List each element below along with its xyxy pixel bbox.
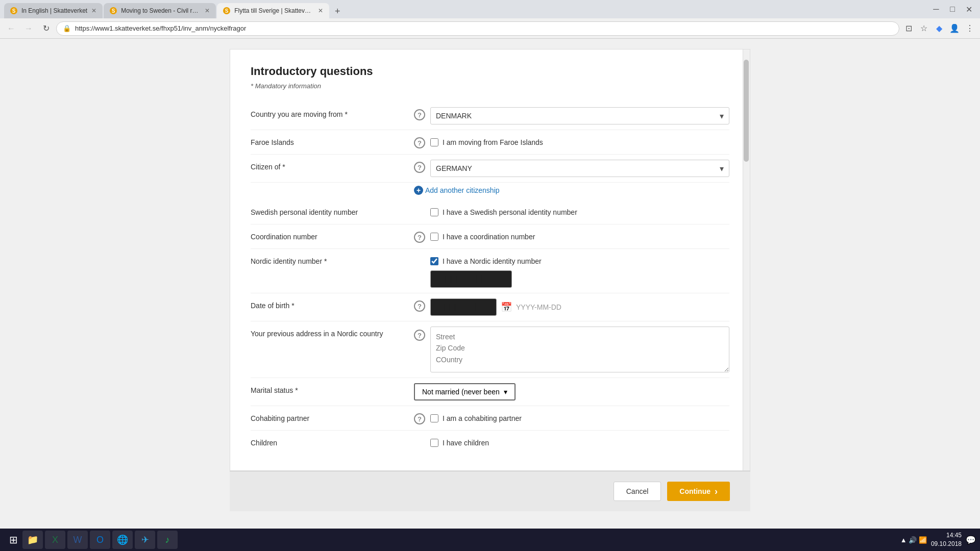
taskbar-excel[interactable]: X <box>45 531 65 549</box>
country-moving-from-control: ? DENMARK ▾ <box>414 107 729 124</box>
browser-tabs: S In English | Skatteverket ✕ S Moving t… <box>4 0 929 18</box>
marital-status-row: Marital status * Not married (never been… <box>251 378 729 406</box>
swedish-number-checkbox-label: I have a Swedish personal identity numbe… <box>443 208 577 216</box>
previous-address-textarea[interactable]: Street Zip Code COuntry <box>430 327 729 372</box>
previous-address-help-icon[interactable]: ? <box>414 330 425 341</box>
citizen-of-label: Citizen of * <box>251 160 414 171</box>
tab-2-label: Moving to Sweden - Civil registr... <box>121 7 201 14</box>
add-citizenship-plus-icon: + <box>414 186 423 195</box>
chrome-icon: 🌐 <box>117 534 128 545</box>
taskbar-chrome[interactable]: 🌐 <box>112 531 133 549</box>
previous-address-label: Your previous address in a Nordic countr… <box>251 327 414 338</box>
taskbar-spotify[interactable]: ♪ <box>157 531 178 549</box>
tab-1-label: In English | Skatteverket <box>21 7 87 14</box>
scrollbar-track[interactable] <box>743 49 750 470</box>
reload-button[interactable]: ↻ <box>39 21 53 36</box>
continue-arrow-icon: › <box>715 486 718 497</box>
citizen-of-help-icon[interactable]: ? <box>414 162 425 173</box>
cancel-button[interactable]: Cancel <box>614 482 662 501</box>
new-tab-button[interactable]: + <box>330 4 345 18</box>
tab-1-close[interactable]: ✕ <box>91 7 96 14</box>
citizen-of-dropdown[interactable]: GERMANY ▾ <box>430 160 729 177</box>
tab-2[interactable]: S Moving to Sweden - Civil registr... ✕ <box>104 3 216 18</box>
close-button[interactable]: ✕ <box>962 2 976 16</box>
children-label: Children <box>251 436 414 447</box>
taskbar-word[interactable]: W <box>67 531 88 549</box>
nordic-identity-input[interactable] <box>430 270 512 288</box>
mandatory-note: * Mandatory information <box>251 82 729 90</box>
extension-icon[interactable]: ◆ <box>933 22 945 35</box>
citizen-of-value: GERMANY <box>436 164 472 172</box>
address-bar-row: ← → ↻ 🔒 https://www1.skatteverket.se/fhx… <box>0 18 980 39</box>
nordic-identity-checkbox[interactable] <box>430 257 438 265</box>
swedish-number-checkbox[interactable] <box>430 208 438 216</box>
calendar-icon[interactable]: 📅 <box>501 302 512 313</box>
tab-2-close[interactable]: ✕ <box>205 7 210 14</box>
tab-3-close[interactable]: ✕ <box>318 7 323 14</box>
nordic-identity-input-area <box>430 270 512 288</box>
previous-address-row: Your previous address in a Nordic countr… <box>251 321 729 378</box>
coordination-number-control: ? I have a coordination number <box>414 230 729 243</box>
bookmark-icon[interactable]: ☆ <box>918 22 930 35</box>
country-moving-from-dropdown[interactable]: DENMARK ▾ <box>430 107 729 124</box>
tab-1[interactable]: S In English | Skatteverket ✕ <box>4 3 103 18</box>
translate-icon[interactable]: ⊡ <box>902 22 915 35</box>
marital-status-button[interactable]: Not married (never been ▾ <box>414 383 516 400</box>
outlook-icon: O <box>96 535 104 545</box>
add-citizenship-link[interactable]: + Add another citizenship <box>414 186 500 195</box>
coordination-number-help-icon[interactable]: ? <box>414 232 425 243</box>
back-button[interactable]: ← <box>4 21 18 36</box>
taskbar-file-explorer[interactable]: 📁 <box>22 531 43 549</box>
maximize-button[interactable]: □ <box>945 2 960 16</box>
notification-icon[interactable]: 💬 <box>966 535 976 545</box>
faroe-islands-help-icon[interactable]: ? <box>414 137 425 148</box>
children-checkbox-area: I have children <box>430 436 489 447</box>
date-of-birth-help-icon[interactable]: ? <box>414 300 425 312</box>
telegram-icon: ✈ <box>141 534 149 545</box>
date-of-birth-row: Date of birth * ? 📅 YYYY-MM-DD <box>251 293 729 321</box>
form-footer: Cancel Continue › <box>230 471 750 511</box>
tab-2-favicon: S <box>110 7 117 14</box>
date-input[interactable] <box>430 298 497 316</box>
nordic-identity-control: I have a Nordic identity number <box>414 254 729 288</box>
continue-label: Continue <box>679 487 710 495</box>
cohabiting-partner-help-icon[interactable]: ? <box>414 413 425 424</box>
country-moving-from-value: DENMARK <box>436 112 472 120</box>
marital-status-label: Marital status * <box>251 383 414 394</box>
tab-3[interactable]: S Flytta till Sverige | Skatteverket ✕ <box>217 3 329 18</box>
cohabiting-partner-checkbox[interactable] <box>430 414 438 422</box>
continue-button[interactable]: Continue › <box>667 482 730 501</box>
address-bar[interactable]: 🔒 https://www1.skatteverket.se/fhxp51/in… <box>56 21 899 36</box>
profile-icon[interactable]: 👤 <box>948 22 961 35</box>
start-button[interactable]: ⊞ <box>4 531 22 549</box>
date-of-birth-control: ? 📅 YYYY-MM-DD <box>414 298 729 316</box>
clock-time: 14:45 <box>931 531 962 540</box>
system-tray: ▲ 🔊 📶 <box>900 536 927 544</box>
taskbar-outlook[interactable]: O <box>90 531 110 549</box>
children-checkbox[interactable] <box>430 439 438 447</box>
excel-icon: X <box>52 535 58 545</box>
page-title: Introductory questions <box>251 65 729 78</box>
citizen-of-control: ? GERMANY ▾ <box>414 160 729 177</box>
marital-status-dropdown-icon: ▾ <box>504 388 507 396</box>
nordic-identity-row: Nordic identity number * I have a Nordic… <box>251 249 729 293</box>
file-explorer-icon: 📁 <box>27 534 38 545</box>
forward-button[interactable]: → <box>21 21 36 36</box>
swedish-number-label: Swedish personal identity number <box>251 205 414 216</box>
faroe-islands-checkbox[interactable] <box>430 138 438 146</box>
coordination-number-checkbox[interactable] <box>430 233 438 241</box>
taskbar: ⊞ 📁 X W O 🌐 ✈ ♪ ▲ 🔊 📶 14:45 09.10.2018 � <box>0 529 980 551</box>
country-moving-from-label: Country you are moving from * <box>251 107 414 118</box>
menu-icon[interactable]: ⋮ <box>964 22 976 35</box>
swedish-number-control: I have a Swedish personal identity numbe… <box>414 205 729 216</box>
scrollbar-thumb[interactable] <box>744 60 749 162</box>
cohabiting-partner-checkbox-label: I am a cohabiting partner <box>443 414 522 422</box>
taskbar-telegram[interactable]: ✈ <box>135 531 155 549</box>
marital-status-control: Not married (never been ▾ <box>414 383 729 400</box>
lock-icon: 🔒 <box>63 24 71 32</box>
tab-1-favicon: S <box>10 7 17 14</box>
toolbar-icons: ⊡ ☆ ◆ 👤 ⋮ <box>902 22 976 35</box>
minimize-button[interactable]: ─ <box>929 2 943 16</box>
country-moving-from-help-icon[interactable]: ? <box>414 109 425 120</box>
nordic-identity-checkbox-area: I have a Nordic identity number <box>430 254 542 265</box>
